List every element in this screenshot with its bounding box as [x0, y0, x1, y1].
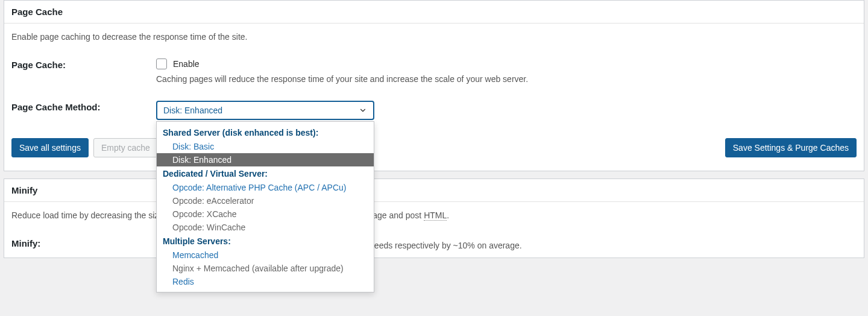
minify-panel: Minify Reduce load time by decreasing th… [4, 179, 864, 258]
dropdown-option[interactable]: Redis [157, 275, 374, 288]
dropdown-option[interactable]: Memcached [157, 248, 374, 262]
page-cache-enable-control: Enable Caching pages will reduce the res… [156, 58, 857, 84]
dropdown-option[interactable]: Opcode: WinCache [157, 221, 374, 234]
dropdown-option[interactable]: Opcode: eAccelerator [157, 194, 374, 207]
dropdown-option[interactable]: Disk: Basic [157, 140, 374, 153]
save-all-settings-button[interactable]: Save all settings [11, 138, 89, 157]
page-cache-description: Enable page caching to decrease the resp… [11, 32, 857, 42]
empty-cache-button[interactable]: Empty cache [93, 138, 158, 157]
page-cache-button-row: Save all settings Empty cache Save Setti… [4, 138, 864, 171]
page-cache-enable-checkbox-label[interactable]: Enable [173, 59, 200, 69]
page-cache-body: Enable page caching to decrease the resp… [4, 24, 864, 138]
page-cache-title: Page Cache [4, 1, 864, 24]
page-cache-method-dropdown: Shared Server (disk enhanced is best):Di… [156, 121, 374, 292]
minify-field-label: Minify: [11, 237, 156, 248]
page-cache-method-row: Page Cache Method: Disk: Enhanced Shared… [11, 101, 857, 120]
chevron-down-icon [359, 106, 367, 115]
page-cache-panel: Page Cache Enable page caching to decrea… [4, 0, 864, 171]
page-cache-method-select[interactable]: Disk: Enhanced [156, 101, 374, 120]
dropdown-option[interactable]: Nginx + Memcached (available after upgra… [157, 262, 374, 275]
dropdown-group-label: Dedicated / Virtual Server: [157, 166, 374, 181]
dropdown-group-label: Shared Server (disk enhanced is best): [157, 125, 374, 140]
minify-enable-row: Minify: Minification can decrease file s… [11, 237, 857, 250]
page-cache-method-label: Page Cache Method: [11, 101, 156, 112]
page-cache-enable-label: Page Cache: [11, 58, 156, 70]
page-cache-enable-row: Page Cache: Enable Caching pages will re… [11, 58, 857, 84]
page-cache-method-control: Disk: Enhanced Shared Server (disk enhan… [156, 101, 857, 120]
page-cache-enable-checkbox-line: Enable [156, 58, 857, 69]
dropdown-option[interactable]: Opcode: XCache [157, 207, 374, 221]
page-cache-method-select-wrap: Disk: Enhanced Shared Server (disk enhan… [156, 101, 374, 120]
save-purge-button[interactable]: Save Settings & Purge Caches [725, 138, 857, 157]
html-abbr: HTML [424, 210, 447, 221]
dropdown-option[interactable]: Disk: Enhanced [157, 153, 374, 166]
dropdown-group-label: Multiple Servers: [157, 234, 374, 248]
minify-description: Reduce load time by decreasing the size … [11, 210, 857, 220]
minify-desc-prefix: Reduce load time by decreasing the siz [11, 210, 159, 220]
minify-title: Minify [4, 179, 864, 202]
minify-body: Reduce load time by decreasing the size … [4, 202, 864, 258]
page-cache-method-selected-value: Disk: Enhanced [163, 106, 222, 115]
dropdown-option[interactable]: Opcode: Alternative PHP Cache (APC / APC… [157, 181, 374, 194]
page-cache-enable-checkbox[interactable] [156, 58, 167, 69]
page-cache-enable-help: Caching pages will reduce the response t… [156, 74, 857, 84]
